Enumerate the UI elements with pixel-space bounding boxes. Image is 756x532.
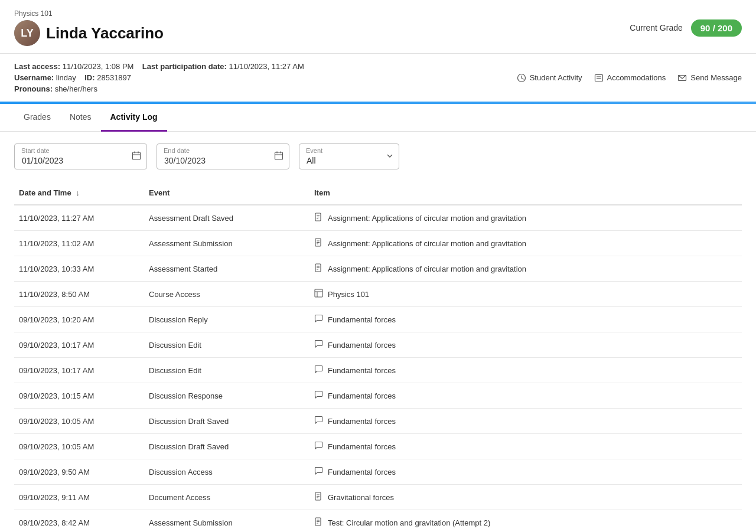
cell-event: Document Access xyxy=(144,485,309,510)
document-icon xyxy=(314,213,323,223)
cell-item: Physics 101 xyxy=(309,282,742,307)
item-label: Fundamental forces xyxy=(328,468,396,476)
document-icon xyxy=(314,492,323,502)
cell-date: 11/10/2023, 11:27 AM xyxy=(14,205,144,231)
last-participation-label: Last participation date: xyxy=(142,62,227,71)
table-row: 09/10/2023, 10:17 AM Discussion Edit Fun… xyxy=(14,358,742,383)
pronouns-label: Pronouns: xyxy=(14,84,53,93)
item-label: Assignment: Applications of circular mot… xyxy=(328,214,526,223)
top-bar: Physics 101 LY Linda Yaccarino Current G… xyxy=(0,0,756,54)
discussion-icon xyxy=(314,441,323,452)
item-label: Assignment: Applications of circular mot… xyxy=(328,239,526,248)
username-label: Username: xyxy=(14,73,54,82)
table-row: 09/10/2023, 10:15 AM Discussion Response… xyxy=(14,383,742,409)
cell-item: Fundamental forces xyxy=(309,459,742,485)
item-label: Fundamental forces xyxy=(328,417,396,426)
cell-item: Assignment: Applications of circular mot… xyxy=(309,205,742,231)
table-row: 09/10/2023, 9:11 AM Document Access Grav… xyxy=(14,485,742,510)
accommodations-link[interactable]: Accommodations xyxy=(594,73,666,83)
cell-date: 11/10/2023, 10:33 AM xyxy=(14,256,144,282)
cell-event: Discussion Edit xyxy=(144,332,309,358)
accommodations-label: Accommodations xyxy=(607,73,666,82)
cell-date: 09/10/2023, 10:15 AM xyxy=(14,383,144,409)
table-row: 09/10/2023, 9:50 AM Discussion Access Fu… xyxy=(14,459,742,485)
table-row: 09/10/2023, 10:05 AM Discussion Draft Sa… xyxy=(14,434,742,459)
cell-date: 09/10/2023, 9:11 AM xyxy=(14,485,144,510)
last-access-value: 11/10/2023, 1:08 PM xyxy=(63,62,134,71)
cell-date: 09/10/2023, 10:17 AM xyxy=(14,332,144,358)
svg-rect-1 xyxy=(595,74,602,81)
avatar: LY xyxy=(14,20,40,46)
event-label: Event xyxy=(306,147,322,154)
cell-item: Assignment: Applications of circular mot… xyxy=(309,231,742,256)
cell-event: Course Access xyxy=(144,282,309,307)
item-label: Test: Circular motion and gravitation (A… xyxy=(328,518,490,527)
item-label: Fundamental forces xyxy=(328,315,396,324)
cell-date: 09/10/2023, 10:05 AM xyxy=(14,434,144,459)
cell-date: 11/10/2023, 8:50 AM xyxy=(14,282,144,307)
pronouns-row: Pronouns: she/her/hers xyxy=(14,84,304,93)
item-label: Fundamental forces xyxy=(328,391,396,400)
discussion-icon xyxy=(314,340,323,350)
cell-date: 09/10/2023, 10:20 AM xyxy=(14,307,144,332)
send-message-link[interactable]: Send Message xyxy=(677,73,742,83)
sort-arrow-icon: ↓ xyxy=(76,188,80,197)
document-icon xyxy=(314,263,323,274)
tab-activity-log[interactable]: Activity Log xyxy=(101,104,167,132)
discussion-icon xyxy=(314,466,323,477)
cell-event: Discussion Draft Saved xyxy=(144,409,309,434)
username-value: linday xyxy=(56,73,76,82)
discussion-icon xyxy=(314,390,323,401)
activity-table: Date and Time ↓ Event Item 11/10/2023, 1… xyxy=(14,181,742,532)
cell-event: Discussion Response xyxy=(144,383,309,409)
event-filter: Event All Assessment Discussion Course A… xyxy=(299,143,399,169)
tab-grades[interactable]: Grades xyxy=(14,104,60,132)
info-actions: Student Activity Accommodations Send Mes… xyxy=(517,73,742,83)
cell-event: Discussion Edit xyxy=(144,358,309,383)
grade-section: Current Grade 90 / 200 xyxy=(630,19,742,37)
cell-event: Discussion Draft Saved xyxy=(144,434,309,459)
item-label: Fundamental forces xyxy=(328,341,396,350)
student-activity-link[interactable]: Student Activity xyxy=(517,73,582,83)
cell-item: Test: Circular motion and gravitation (A… xyxy=(309,510,742,533)
accommodations-icon xyxy=(594,73,604,83)
table-row: 09/10/2023, 10:20 AM Discussion Reply Fu… xyxy=(14,307,742,332)
table-row: 11/10/2023, 8:50 AM Course Access Physic… xyxy=(14,282,742,307)
cell-item: Fundamental forces xyxy=(309,358,742,383)
item-label: Assignment: Applications of circular mot… xyxy=(328,265,526,273)
table-row: 11/10/2023, 10:33 AM Assessment Started … xyxy=(14,256,742,282)
cell-date: 09/10/2023, 9:50 AM xyxy=(14,459,144,485)
message-icon xyxy=(677,73,687,83)
col-header-event: Event xyxy=(144,181,309,205)
table-row: 09/10/2023, 10:17 AM Discussion Edit Fun… xyxy=(14,332,742,358)
cell-date: 11/10/2023, 11:02 AM xyxy=(14,231,144,256)
discussion-icon xyxy=(314,314,323,325)
document-icon xyxy=(314,517,323,528)
discussion-icon xyxy=(314,365,323,376)
tab-notes[interactable]: Notes xyxy=(60,104,101,132)
col-header-item: Item xyxy=(309,181,742,205)
discussion-icon xyxy=(314,416,323,426)
table-row: 09/10/2023, 8:42 AM Assessment Submissio… xyxy=(14,510,742,533)
course-name: Physics 101 xyxy=(14,9,164,18)
course-icon xyxy=(314,289,323,299)
cell-item: Fundamental forces xyxy=(309,307,742,332)
cell-event: Assessment Submission xyxy=(144,510,309,533)
activity-table-container: Date and Time ↓ Event Item 11/10/2023, 1… xyxy=(0,181,756,532)
cell-item: Assignment: Applications of circular mot… xyxy=(309,256,742,282)
cell-date: 09/10/2023, 8:42 AM xyxy=(14,510,144,533)
item-label: Fundamental forces xyxy=(328,442,396,451)
start-date-filter: Start date xyxy=(14,143,147,169)
item-label: Fundamental forces xyxy=(328,366,396,375)
col-header-date: Date and Time ↓ xyxy=(14,181,144,205)
end-date-label: End date xyxy=(164,147,190,154)
cell-event: Assessment Submission xyxy=(144,231,309,256)
info-bar: Last access: 11/10/2023, 1:08 PM Last pa… xyxy=(0,54,756,103)
access-row: Last access: 11/10/2023, 1:08 PM Last pa… xyxy=(14,62,304,71)
last-participation-value: 11/10/2023, 11:27 AM xyxy=(229,62,304,71)
student-name: Linda Yaccarino xyxy=(46,24,164,43)
table-row: 11/10/2023, 11:02 AM Assessment Submissi… xyxy=(14,231,742,256)
tabs: Grades Notes Activity Log xyxy=(0,104,756,132)
cell-item: Gravitational forces xyxy=(309,485,742,510)
student-info-left: Physics 101 LY Linda Yaccarino xyxy=(14,9,164,46)
